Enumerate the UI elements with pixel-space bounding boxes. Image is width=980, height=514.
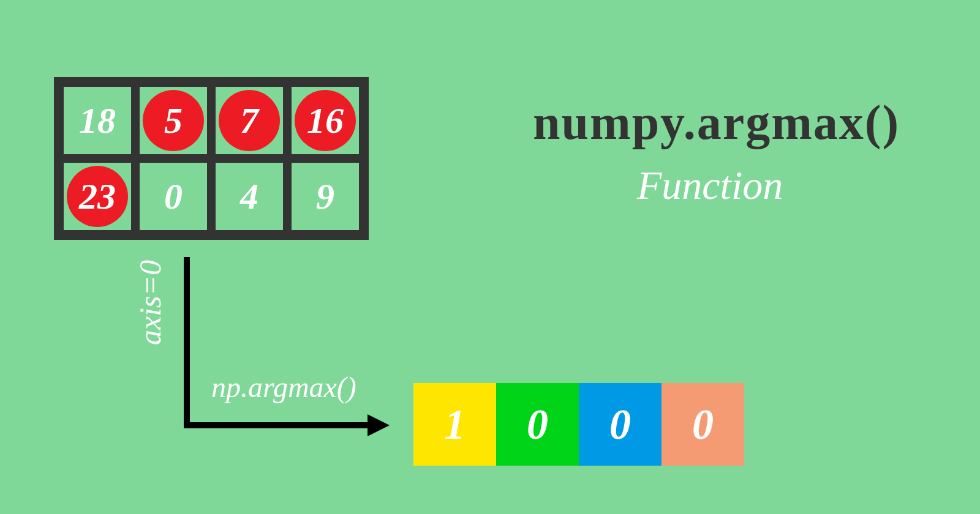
cell-1-1: 0 — [140, 163, 207, 230]
cell-value: 0 — [164, 176, 183, 218]
cell-1-0: 23 — [64, 163, 131, 230]
result-array: 1 0 0 0 — [413, 383, 744, 466]
title-main: numpy.argmax() — [533, 95, 900, 151]
axis-label: axis=0 — [132, 260, 168, 345]
result-box-1: 0 — [496, 383, 579, 466]
function-label: np.argmax() — [211, 370, 356, 404]
cell-value: 23 — [79, 176, 116, 218]
result-box-2: 0 — [579, 383, 662, 466]
matrix-grid: 18 5 7 16 23 0 4 9 — [54, 77, 369, 240]
result-value: 0 — [527, 400, 548, 449]
cell-0-2: 7 — [216, 87, 283, 154]
cell-0-0: 18 — [64, 87, 131, 154]
result-box-3: 0 — [662, 383, 744, 466]
cell-value: 16 — [307, 100, 344, 142]
cell-value: 5 — [164, 100, 183, 142]
cell-value: 9 — [316, 176, 334, 218]
arrow-head-icon — [368, 414, 390, 436]
cell-1-2: 4 — [216, 163, 283, 230]
result-value: 1 — [444, 400, 466, 449]
arrow-horizontal — [184, 422, 374, 428]
title-sub: Function — [637, 162, 783, 209]
result-value: 0 — [692, 400, 714, 449]
cell-0-1: 5 — [140, 87, 207, 154]
result-value: 0 — [609, 400, 631, 449]
cell-1-3: 9 — [292, 163, 359, 230]
cell-0-3: 16 — [292, 87, 359, 154]
arrow-vertical — [184, 257, 190, 427]
cell-value: 7 — [240, 100, 258, 142]
cell-value: 18 — [79, 100, 116, 142]
cell-value: 4 — [240, 176, 258, 218]
result-box-0: 1 — [413, 383, 496, 466]
